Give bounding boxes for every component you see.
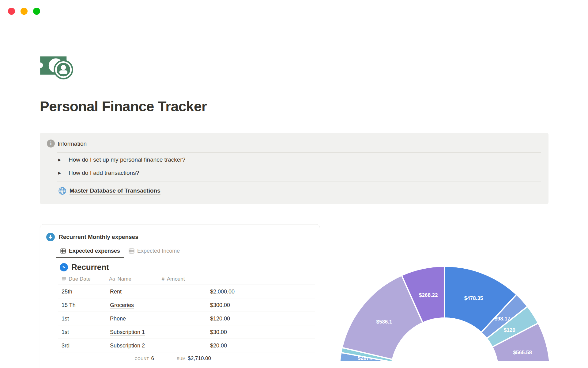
close-window-button[interactable]	[8, 8, 15, 15]
due-date-cell[interactable]: 15 Th	[62, 302, 76, 308]
due-date-cell[interactable]: 1st	[62, 315, 69, 322]
table-view-icon	[129, 248, 134, 254]
due-date-cell[interactable]: 1st	[62, 329, 69, 335]
page-title[interactable]: Personal Finance Tracker	[40, 98, 207, 115]
table-row[interactable]: 3rdSubscription 2$20.00	[58, 339, 315, 352]
toggle-arrow-icon[interactable]: ▶	[58, 171, 62, 175]
table-row[interactable]: 25thRent$2,000.00	[58, 285, 315, 298]
name-cell[interactable]: Subscription 2	[110, 342, 145, 349]
globe-icon	[58, 187, 66, 195]
slice-value-label: $120	[504, 327, 515, 333]
tab-expected-income[interactable]: Expected Income	[124, 245, 184, 257]
toggle-add-transactions-question[interactable]: ▶ How do I add transactions?	[58, 170, 139, 176]
slice-value-label: $98.17	[494, 316, 510, 322]
slice-value-label: $268.22	[419, 292, 438, 298]
toggle-arrow-icon[interactable]: ▶	[58, 158, 62, 162]
expense-table-body: 25thRent$2,000.0015 ThGroceries$300.001s…	[58, 285, 315, 352]
column-due-date[interactable]: Due Date	[62, 276, 91, 282]
circle-down-arrow-icon	[46, 233, 55, 241]
table-row[interactable]: 1stSubscription 1$30.00	[58, 325, 315, 339]
amount-cell[interactable]: $30.00	[210, 329, 227, 335]
slice-value-label: $478.35	[464, 295, 483, 301]
link-label: Master Database of Transactions	[70, 187, 160, 195]
database-title[interactable]: Recurrent	[71, 263, 109, 272]
divider	[57, 152, 541, 153]
column-amount[interactable]: # Amount	[162, 276, 185, 282]
number-property-icon: #	[162, 276, 164, 282]
title-property-icon: Aa	[109, 276, 115, 282]
information-callout: i Information ▶ How do I set up my perso…	[40, 133, 548, 204]
window-controls	[8, 8, 40, 15]
toggle-setup-question[interactable]: ▶ How do I set up my personal finance tr…	[58, 156, 185, 163]
amount-cell[interactable]: $2,000.00	[210, 288, 235, 295]
column-name[interactable]: Aa Name	[109, 276, 131, 282]
master-database-link[interactable]: Master Database of Transactions	[58, 187, 160, 195]
circle-swap-arrows-icon	[60, 263, 68, 271]
slice-value-label: $586.1	[376, 319, 392, 325]
amount-cell[interactable]: $120.00	[210, 315, 230, 322]
table-header-row: Due Date Aa Name # Amount	[58, 274, 315, 285]
name-cell[interactable]: Groceries	[110, 302, 134, 308]
view-tabs: Expected expenses Expected Income	[56, 245, 315, 257]
due-date-cell[interactable]: 3rd	[62, 342, 70, 349]
donut-chart: $478.35$98.17$120$565.58$287.7$30.68$586…	[334, 259, 556, 361]
slice-value-label: $565.58	[513, 350, 532, 355]
recurrent-expenses-card: Recurrent Monthly expenses Expected expe…	[40, 224, 320, 368]
callout-title: Information	[58, 140, 87, 147]
info-icon: i	[47, 140, 55, 148]
due-date-cell[interactable]: 25th	[62, 288, 72, 295]
sum-calculation[interactable]: SUM $2,710.00	[177, 355, 211, 362]
name-cell[interactable]: Rent	[110, 288, 122, 295]
amount-cell[interactable]: $300.00	[210, 302, 230, 308]
table-row[interactable]: 15 ThGroceries$300.00	[58, 298, 315, 312]
card-title: Recurrent Monthly expenses	[59, 234, 138, 240]
table-view-icon	[60, 248, 66, 254]
table-footer: COUNT 6 SUM $2,710.00	[58, 352, 315, 365]
tab-expected-expenses[interactable]: Expected expenses	[56, 245, 124, 257]
minimize-window-button[interactable]	[21, 8, 28, 15]
name-cell[interactable]: Subscription 1	[110, 329, 145, 335]
count-calculation[interactable]: COUNT 6	[135, 355, 154, 362]
text-lines-icon	[62, 277, 66, 282]
dollar-banknote-icon[interactable]	[40, 56, 73, 81]
name-cell[interactable]: Phone	[110, 315, 126, 322]
amount-cell[interactable]: $20.00	[210, 342, 227, 349]
zoom-window-button[interactable]	[33, 8, 40, 15]
divider	[57, 182, 541, 182]
table-row[interactable]: 1stPhone$120.00	[58, 312, 315, 325]
